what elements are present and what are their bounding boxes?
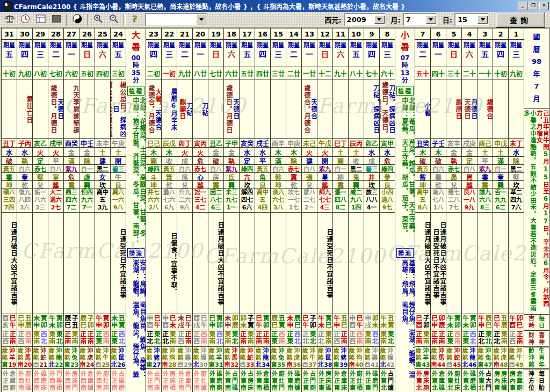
sui-sha: 歲煞南: [494, 347, 500, 368]
lucky-hours-cell: 卯未子寅: [240, 314, 255, 330]
date-field-dropdown-icon[interactable]: [374, 16, 385, 24]
row-label-lucky-hours: 吉時每日: [524, 314, 549, 330]
day-note-cell: [193, 213, 208, 314]
lunar-date: 七初: [48, 67, 63, 79]
close-button[interactable]: ✕: [539, 2, 549, 10]
ganzhi-cell: 辰戊: [162, 139, 177, 148]
zoom-out-button[interactable]: [106, 13, 121, 27]
nine-star-cell: 白八: [302, 165, 317, 173]
sui-sha: 歲煞南: [162, 347, 168, 368]
element-cell: 金: [446, 148, 461, 157]
hexagram-cell: 復九八四3六: [17, 189, 32, 213]
element-cell: 木: [162, 148, 177, 157]
trigram-cell: 兌: [33, 181, 48, 189]
combobox-dropdown-icon[interactable]: [196, 14, 206, 25]
hexagram-cell: 頤八三四7四: [2, 189, 17, 213]
date-field-label: 西元:: [324, 14, 341, 25]
officer-cell: 破: [2, 157, 17, 165]
festival-cell: 刀砧，探病凶日: [364, 79, 379, 139]
clash-animal: 沖龍46: [468, 347, 476, 368]
gods-direction-cell: 正東西南: [95, 330, 110, 347]
officer-cell: 閉: [317, 157, 332, 165]
lucky-hours-cell: 巳午寅卯: [255, 314, 270, 330]
clash-animal: 沖虎24: [86, 347, 94, 368]
clash-animal: 沖兔23: [70, 347, 78, 368]
square-button[interactable]: [49, 13, 64, 27]
date-field-dropdown-icon[interactable]: [477, 16, 488, 24]
mansion-cell: 室: [48, 173, 63, 181]
solar-term-time: 07時13分: [395, 54, 415, 85]
day-column-26: 26期星日五初申壬金除白一虛巽恒四九六7一辰巳子卯正南正南歲煞南沖虎24外西南倉…: [79, 28, 95, 392]
mansion-cell: 危: [64, 173, 79, 181]
element-cell: 土: [349, 148, 364, 157]
month-field[interactable]: 7: [403, 13, 437, 26]
clash-cell: 歲煞東沖豬39: [333, 347, 348, 369]
year-field[interactable]: 2009: [344, 13, 386, 26]
festival-text: 月德日天德日: [462, 79, 477, 138]
nine-star-cell: 白八: [462, 165, 477, 173]
taishen-cell: 外東北碓磨栖: [462, 369, 477, 392]
solar-term-name: 小暑: [395, 28, 415, 54]
officer-cell: 滿: [493, 157, 508, 165]
maximize-button[interactable]: ❐: [529, 2, 538, 10]
nine-star-cell: 白八: [48, 165, 63, 173]
scales-button[interactable]: [2, 13, 17, 27]
festival-text: 天德日歲德日，月德日: [224, 79, 239, 138]
day-column-7: 7期星二五十小暑丑癸木破黃五觜坤离中五8六日逢月破日大凶不宜諸吉事巳酉子卯正南東…: [415, 28, 431, 392]
day-number: 22: [162, 28, 177, 40]
weekday-prefix: 期星: [510, 42, 522, 49]
clash-animal: 沖狗28: [168, 347, 176, 368]
weekday-cell: 期星三: [162, 40, 177, 67]
day-note-cell: [240, 213, 255, 314]
yinyang-button[interactable]: [70, 13, 85, 27]
clash-animal: 沖鼠26: [117, 347, 125, 368]
trigram-cell: 乾: [17, 181, 32, 189]
clash-animal: 沖羊43: [422, 347, 430, 368]
festival-text: 刀砧，探病凶日歲德日，天德日，月德日: [380, 79, 395, 138]
form-button[interactable]: [33, 13, 48, 27]
clash-cell: 歲煞南沖虎48: [493, 347, 508, 369]
weekday-prefix: 期星: [495, 42, 506, 49]
taishen-cell: 外正南廚灶爐: [193, 369, 208, 392]
date-field-label: 日:: [443, 14, 452, 25]
festival-cell: [240, 79, 255, 139]
weekday-prefix: 期星: [34, 42, 46, 49]
weekday-char: 四: [259, 49, 266, 60]
clash-cell: 歲煞北沖猴42: [380, 347, 395, 369]
zoom-in-button[interactable]: [91, 13, 106, 27]
day-number: 21: [177, 28, 192, 40]
calendar-combobox[interactable]: [145, 13, 207, 26]
festival-text: 楊公忌日，探病凶日護法韋馱菩薩佛誕: [111, 79, 126, 138]
weekday-prefix: 期星: [66, 42, 77, 49]
clock-button[interactable]: [18, 13, 33, 27]
weekday-prefix: 期星: [210, 42, 222, 49]
help-button[interactable]: ?: [127, 13, 142, 27]
gods-direction-cell: 正北東南: [162, 330, 177, 347]
hexagram-cell: 漸六七八1八: [431, 189, 446, 213]
day-field[interactable]: 15: [454, 13, 489, 26]
hexagram-cell: 訟一三七4二: [193, 189, 208, 213]
mansion-cell: 虛: [79, 173, 95, 181]
taishen-cell: 房內東倉庫廁: [509, 369, 524, 392]
festival-cell: 農曆6月辛未: [162, 79, 177, 139]
weekday-char: 四: [21, 49, 28, 60]
festival-cell: [79, 79, 95, 139]
weekday-prefix: 期星: [381, 42, 393, 49]
festival-cell: 楊公忌日，探病凶日護法韋馱菩薩佛誕: [111, 79, 126, 139]
weekday-cell: 期星四: [493, 40, 508, 67]
query-button[interactable]: 查詢: [496, 12, 545, 27]
date-field-dropdown-icon[interactable]: [426, 16, 436, 24]
day-note-cell: [349, 213, 364, 314]
ganzhi-cell: 午庚: [111, 139, 126, 148]
mansion-cell: 觜: [415, 173, 430, 181]
lunar-date: 八廿: [193, 67, 208, 79]
form-icon: [36, 14, 46, 25]
lucky-hours-cell: 辰巳子卯: [79, 314, 95, 330]
day-note-cell: [17, 213, 32, 314]
ganzhi-cell: 寅甲: [380, 139, 395, 148]
minimize-button[interactable]: _: [518, 2, 527, 10]
day-note-cell: 日逢月破日大凶不宜諸吉事: [415, 213, 430, 314]
day-number: 31: [2, 28, 17, 40]
weekday-cell: 期星五: [240, 40, 255, 67]
nine-star-cell: 綠四: [380, 165, 395, 173]
